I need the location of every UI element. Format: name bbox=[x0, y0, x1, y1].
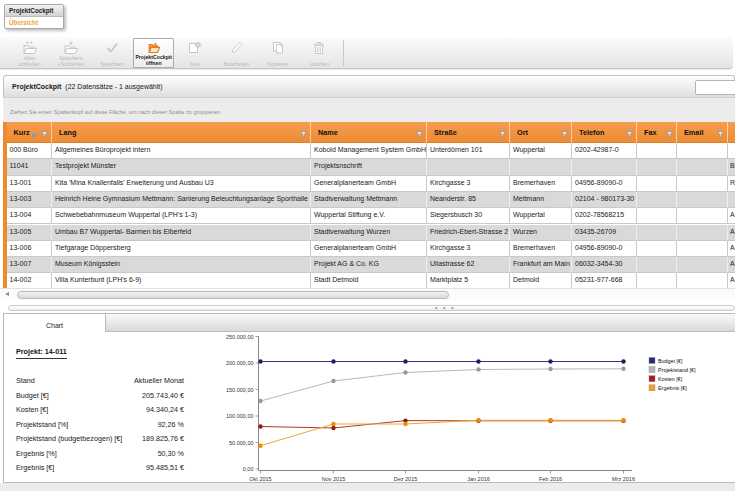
svg-text:Mrz 2016: Mrz 2016 bbox=[612, 476, 635, 482]
svg-text:Kosten [€]: Kosten [€] bbox=[658, 376, 683, 382]
svg-text:100.000,00: 100.000,00 bbox=[226, 413, 254, 419]
svg-text:Projektstand [€]: Projektstand [€] bbox=[658, 367, 696, 373]
svg-text:0,00: 0,00 bbox=[243, 466, 254, 472]
svg-text:Jan 2016: Jan 2016 bbox=[467, 476, 490, 482]
svg-text:Budget [€]: Budget [€] bbox=[658, 358, 683, 364]
svg-text:50.000,00: 50.000,00 bbox=[229, 440, 253, 446]
svg-text:Dez 2015: Dez 2015 bbox=[394, 476, 418, 482]
svg-text:Ergebnis [€]: Ergebnis [€] bbox=[658, 385, 687, 391]
svg-text:Nov 2015: Nov 2015 bbox=[322, 476, 346, 482]
svg-text:Feb 2016: Feb 2016 bbox=[539, 476, 562, 482]
svg-text:250.000,00: 250.000,00 bbox=[226, 334, 254, 340]
svg-text:200.000,00: 200.000,00 bbox=[226, 360, 254, 366]
svg-text:150.000,00: 150.000,00 bbox=[226, 387, 254, 393]
svg-text:Okt 2015: Okt 2015 bbox=[249, 476, 271, 482]
